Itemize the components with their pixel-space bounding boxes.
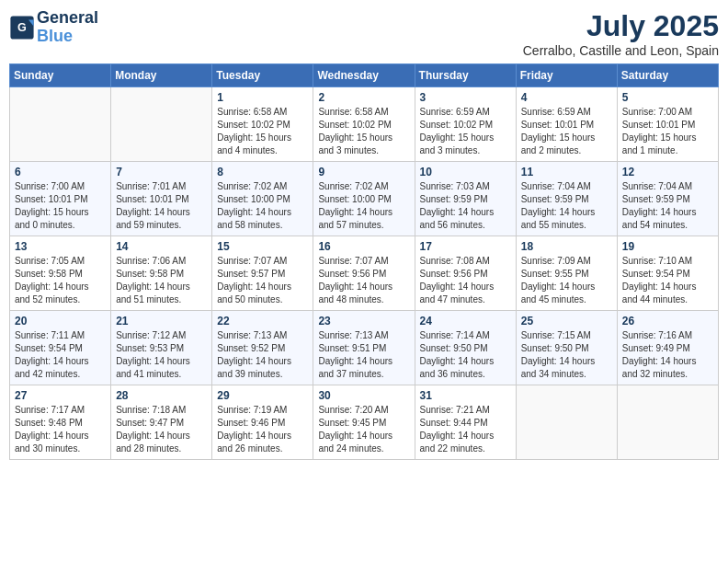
cell-info: Sunrise: 7:04 AM Sunset: 9:59 PM Dayligh… — [622, 180, 713, 232]
calendar-cell — [516, 385, 617, 460]
calendar-cell: 23Sunrise: 7:13 AM Sunset: 9:51 PM Dayli… — [313, 311, 415, 385]
logo: G GeneralBlue — [9, 9, 98, 46]
cell-info: Sunrise: 7:15 AM Sunset: 9:50 PM Dayligh… — [521, 329, 612, 381]
cell-info: Sunrise: 7:18 AM Sunset: 9:47 PM Dayligh… — [116, 404, 207, 455]
cell-info: Sunrise: 7:10 AM Sunset: 9:54 PM Dayligh… — [622, 255, 713, 306]
day-number: 25 — [521, 315, 612, 327]
calendar-cell: 30Sunrise: 7:20 AM Sunset: 9:45 PM Dayli… — [313, 385, 415, 460]
day-number: 20 — [15, 315, 106, 327]
day-number: 15 — [217, 240, 308, 253]
cell-info: Sunrise: 7:00 AM Sunset: 10:01 PM Daylig… — [15, 180, 106, 232]
day-number: 5 — [622, 91, 713, 104]
calendar-week-row: 1Sunrise: 6:58 AM Sunset: 10:02 PM Dayli… — [10, 87, 719, 162]
cell-info: Sunrise: 7:06 AM Sunset: 9:58 PM Dayligh… — [116, 255, 207, 306]
day-number: 16 — [318, 240, 409, 253]
day-number: 1 — [217, 91, 308, 104]
cell-info: Sunrise: 7:16 AM Sunset: 9:49 PM Dayligh… — [622, 329, 713, 381]
day-number: 23 — [318, 315, 409, 327]
day-number: 8 — [217, 166, 308, 178]
month-title: July 2025 — [523, 9, 719, 43]
calendar-cell: 10Sunrise: 7:03 AM Sunset: 9:59 PM Dayli… — [415, 162, 516, 236]
cell-info: Sunrise: 7:05 AM Sunset: 9:58 PM Dayligh… — [15, 255, 106, 306]
calendar-cell: 25Sunrise: 7:15 AM Sunset: 9:50 PM Dayli… — [516, 311, 617, 385]
svg-text:G: G — [17, 20, 27, 33]
day-number: 6 — [15, 166, 106, 178]
day-number: 9 — [318, 166, 409, 178]
page-header: G GeneralBlue July 2025 Cerralbo, Castil… — [9, 9, 719, 58]
calendar-cell: 1Sunrise: 6:58 AM Sunset: 10:02 PM Dayli… — [212, 87, 313, 162]
weekday-header-tuesday: Tuesday — [212, 64, 313, 87]
calendar-cell: 26Sunrise: 7:16 AM Sunset: 9:49 PM Dayli… — [617, 311, 718, 385]
calendar-cell: 22Sunrise: 7:13 AM Sunset: 9:52 PM Dayli… — [212, 311, 313, 385]
calendar-cell: 17Sunrise: 7:08 AM Sunset: 9:56 PM Dayli… — [415, 236, 516, 311]
logo-icon: G — [9, 15, 35, 40]
calendar-cell: 4Sunrise: 6:59 AM Sunset: 10:01 PM Dayli… — [516, 87, 617, 162]
day-number: 22 — [217, 315, 308, 327]
cell-info: Sunrise: 6:59 AM Sunset: 10:02 PM Daylig… — [420, 106, 511, 157]
cell-info: Sunrise: 7:12 AM Sunset: 9:53 PM Dayligh… — [116, 329, 207, 381]
day-number: 11 — [521, 166, 612, 178]
logo-text: GeneralBlue — [37, 9, 98, 46]
cell-info: Sunrise: 7:14 AM Sunset: 9:50 PM Dayligh… — [420, 329, 511, 381]
day-number: 4 — [521, 91, 612, 104]
cell-info: Sunrise: 7:08 AM Sunset: 9:56 PM Dayligh… — [420, 255, 511, 306]
day-number: 14 — [116, 240, 207, 253]
calendar-cell: 2Sunrise: 6:58 AM Sunset: 10:02 PM Dayli… — [313, 87, 415, 162]
calendar-cell: 5Sunrise: 7:00 AM Sunset: 10:01 PM Dayli… — [617, 87, 718, 162]
calendar-cell — [617, 385, 718, 460]
day-number: 18 — [521, 240, 612, 253]
calendar-week-row: 27Sunrise: 7:17 AM Sunset: 9:48 PM Dayli… — [10, 385, 719, 460]
calendar-cell — [10, 87, 111, 162]
calendar-cell: 19Sunrise: 7:10 AM Sunset: 9:54 PM Dayli… — [617, 236, 718, 311]
cell-info: Sunrise: 7:04 AM Sunset: 9:59 PM Dayligh… — [521, 180, 612, 232]
calendar-cell: 13Sunrise: 7:05 AM Sunset: 9:58 PM Dayli… — [10, 236, 111, 311]
day-number: 28 — [116, 389, 207, 402]
day-number: 30 — [318, 389, 409, 402]
calendar-cell: 8Sunrise: 7:02 AM Sunset: 10:00 PM Dayli… — [212, 162, 313, 236]
calendar-cell: 7Sunrise: 7:01 AM Sunset: 10:01 PM Dayli… — [111, 162, 212, 236]
cell-info: Sunrise: 7:07 AM Sunset: 9:57 PM Dayligh… — [217, 255, 308, 306]
cell-info: Sunrise: 7:11 AM Sunset: 9:54 PM Dayligh… — [15, 329, 106, 381]
calendar-cell: 18Sunrise: 7:09 AM Sunset: 9:55 PM Dayli… — [516, 236, 617, 311]
day-number: 17 — [420, 240, 511, 253]
cell-info: Sunrise: 7:02 AM Sunset: 10:00 PM Daylig… — [318, 180, 409, 232]
cell-info: Sunrise: 6:58 AM Sunset: 10:02 PM Daylig… — [217, 106, 308, 157]
day-number: 21 — [116, 315, 207, 327]
calendar-week-row: 6Sunrise: 7:00 AM Sunset: 10:01 PM Dayli… — [10, 162, 719, 236]
calendar-cell: 12Sunrise: 7:04 AM Sunset: 9:59 PM Dayli… — [617, 162, 718, 236]
cell-info: Sunrise: 7:09 AM Sunset: 9:55 PM Dayligh… — [521, 255, 612, 306]
cell-info: Sunrise: 7:00 AM Sunset: 10:01 PM Daylig… — [622, 106, 713, 157]
day-number: 31 — [420, 389, 511, 402]
cell-info: Sunrise: 7:13 AM Sunset: 9:51 PM Dayligh… — [318, 329, 409, 381]
cell-info: Sunrise: 7:20 AM Sunset: 9:45 PM Dayligh… — [318, 404, 409, 455]
weekday-header-wednesday: Wednesday — [313, 64, 415, 87]
location-subtitle: Cerralbo, Castille and Leon, Spain — [523, 43, 719, 58]
calendar-cell: 20Sunrise: 7:11 AM Sunset: 9:54 PM Dayli… — [10, 311, 111, 385]
day-number: 12 — [622, 166, 713, 178]
weekday-header-thursday: Thursday — [415, 64, 516, 87]
calendar-cell: 27Sunrise: 7:17 AM Sunset: 9:48 PM Dayli… — [10, 385, 111, 460]
cell-info: Sunrise: 7:03 AM Sunset: 9:59 PM Dayligh… — [420, 180, 511, 232]
calendar-cell: 31Sunrise: 7:21 AM Sunset: 9:44 PM Dayli… — [415, 385, 516, 460]
cell-info: Sunrise: 7:13 AM Sunset: 9:52 PM Dayligh… — [217, 329, 308, 381]
calendar-week-row: 13Sunrise: 7:05 AM Sunset: 9:58 PM Dayli… — [10, 236, 719, 311]
calendar-cell: 6Sunrise: 7:00 AM Sunset: 10:01 PM Dayli… — [10, 162, 111, 236]
calendar-cell: 14Sunrise: 7:06 AM Sunset: 9:58 PM Dayli… — [111, 236, 212, 311]
day-number: 26 — [622, 315, 713, 327]
calendar-week-row: 20Sunrise: 7:11 AM Sunset: 9:54 PM Dayli… — [10, 311, 719, 385]
calendar-cell — [111, 87, 212, 162]
calendar-table: SundayMondayTuesdayWednesdayThursdayFrid… — [9, 63, 719, 460]
day-number: 7 — [116, 166, 207, 178]
cell-info: Sunrise: 7:02 AM Sunset: 10:00 PM Daylig… — [217, 180, 308, 232]
cell-info: Sunrise: 7:07 AM Sunset: 9:56 PM Dayligh… — [318, 255, 409, 306]
day-number: 29 — [217, 389, 308, 402]
day-number: 19 — [622, 240, 713, 253]
weekday-header-sunday: Sunday — [10, 64, 111, 87]
weekday-header-row: SundayMondayTuesdayWednesdayThursdayFrid… — [10, 64, 719, 87]
day-number: 10 — [420, 166, 511, 178]
day-number: 27 — [15, 389, 106, 402]
day-number: 2 — [318, 91, 409, 104]
cell-info: Sunrise: 7:17 AM Sunset: 9:48 PM Dayligh… — [15, 404, 106, 455]
day-number: 13 — [15, 240, 106, 253]
calendar-cell: 29Sunrise: 7:19 AM Sunset: 9:46 PM Dayli… — [212, 385, 313, 460]
